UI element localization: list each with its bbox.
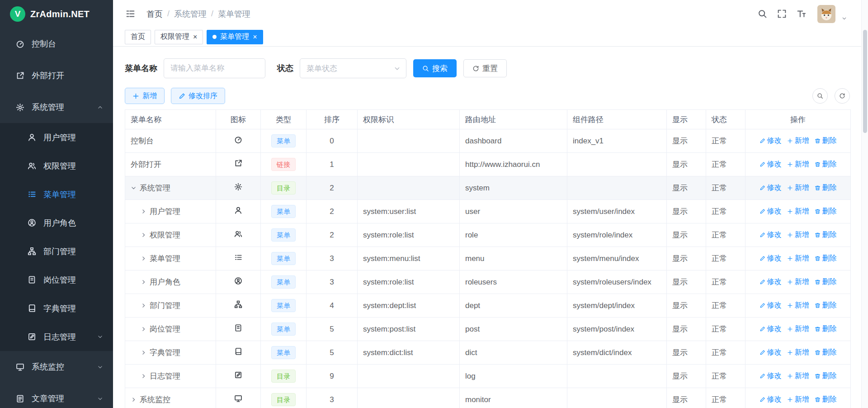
table-row-3[interactable]: 用户管理菜单2system:user:listusersystem/user/i… — [125, 200, 851, 223]
table-row-6[interactable]: 用户角色菜单3system:role:listroleuserssystem/r… — [125, 270, 851, 294]
op-label: 删除 — [822, 324, 837, 334]
add-link[interactable]: 新增 — [787, 395, 809, 404]
edit-link[interactable]: 修改 — [760, 277, 782, 287]
delete-link[interactable]: 删除 — [815, 277, 837, 287]
edit-link[interactable]: 修改 — [760, 207, 782, 216]
sidebar-item-4[interactable]: 权限管理 — [0, 152, 113, 180]
delete-link[interactable]: 删除 — [815, 160, 837, 169]
delete-link[interactable]: 删除 — [815, 301, 837, 310]
expand-row-icon[interactable] — [141, 209, 146, 214]
edit-link[interactable]: 修改 — [760, 230, 782, 240]
delete-link[interactable]: 删除 — [815, 207, 837, 216]
delete-link[interactable]: 删除 — [815, 230, 837, 240]
add-link[interactable]: 新增 — [787, 160, 809, 169]
edit-link[interactable]: 修改 — [760, 371, 782, 381]
sidebar-item-6[interactable]: 用户角色 — [0, 209, 113, 237]
sidebar-item-10[interactable]: 日志管理 — [0, 323, 113, 351]
refresh-table-button[interactable] — [835, 88, 850, 104]
add-link[interactable]: 新增 — [787, 207, 809, 216]
edit-link[interactable]: 修改 — [760, 324, 782, 334]
menu-name: 用户角色 — [150, 277, 180, 287]
expand-row-icon[interactable] — [141, 256, 146, 261]
sidebar-item-11[interactable]: 系统监控 — [0, 351, 113, 383]
table-row-10[interactable]: 日志管理目录9log显示正常修改新增删除 — [125, 365, 851, 388]
sidebar-collapse-icon[interactable] — [126, 9, 135, 19]
delete-link[interactable]: 删除 — [815, 395, 837, 404]
add-link[interactable]: 新增 — [787, 254, 809, 263]
delete-link[interactable]: 删除 — [815, 136, 837, 146]
table-row-0[interactable]: 控制台菜单0dashboardindex_v1显示正常修改新增删除 — [125, 129, 851, 153]
table-row-7[interactable]: 部门管理菜单4system:dept:listdeptsystem/dept/i… — [125, 294, 851, 318]
tab-2[interactable]: 菜单管理× — [207, 30, 263, 44]
expand-row-icon[interactable] — [141, 373, 146, 379]
add-link[interactable]: 新增 — [787, 324, 809, 334]
tab-1[interactable]: 权限管理× — [155, 30, 203, 44]
sidebar-item-8[interactable]: 岗位管理 — [0, 266, 113, 294]
tab-0[interactable]: 首页 — [125, 30, 151, 44]
fullscreen-icon[interactable] — [777, 9, 787, 19]
add-button[interactable]: 新增 — [125, 88, 165, 104]
sidebar-item-1[interactable]: 外部打开 — [0, 60, 113, 91]
expand-row-icon[interactable] — [141, 232, 146, 238]
search-button[interactable]: 搜索 — [413, 59, 457, 77]
scrollbar-thumb[interactable] — [863, 30, 867, 133]
table-row-9[interactable]: 字典管理菜单5system:dict:listdictsystem/dict/i… — [125, 341, 851, 365]
close-tab-icon[interactable]: × — [193, 33, 197, 41]
user-menu-caret-icon[interactable] — [841, 15, 847, 23]
user-avatar[interactable] — [816, 5, 837, 23]
sidebar-item-3[interactable]: 用户管理 — [0, 123, 113, 152]
add-link[interactable]: 新增 — [787, 230, 809, 240]
expand-row-icon[interactable] — [141, 350, 146, 356]
expand-row-icon[interactable] — [141, 326, 146, 332]
delete-link[interactable]: 删除 — [815, 324, 837, 334]
header-search-icon[interactable] — [758, 9, 767, 19]
delete-link[interactable]: 删除 — [815, 183, 837, 193]
op-label: 新增 — [795, 230, 809, 240]
sidebar-item-0[interactable]: 控制台 — [0, 28, 113, 60]
sidebar-item-5[interactable]: 菜单管理 — [0, 180, 113, 209]
edit-link[interactable]: 修改 — [760, 160, 782, 169]
sidebar-item-7[interactable]: 部门管理 — [0, 237, 113, 266]
breadcrumb-item-0[interactable]: 首页 — [146, 9, 163, 19]
expand-row-icon[interactable] — [141, 279, 146, 285]
display-cell: 显示 — [667, 318, 706, 341]
sort-cell: 2 — [307, 223, 358, 247]
reset-button[interactable]: 重置 — [463, 59, 507, 77]
add-link[interactable]: 新增 — [787, 371, 809, 381]
delete-link[interactable]: 删除 — [815, 371, 837, 381]
edit-link[interactable]: 修改 — [760, 254, 782, 263]
sidebar-item-2[interactable]: 系统管理 — [0, 91, 113, 123]
table-row-5[interactable]: 菜单管理菜单3system:menu:listmenusystem/menu/i… — [125, 247, 851, 270]
status-select[interactable]: 菜单状态 — [300, 58, 406, 78]
table-row-8[interactable]: 岗位管理菜单5system:post:listpostsystem/post/i… — [125, 318, 851, 341]
edit-link[interactable]: 修改 — [760, 183, 782, 193]
page-scrollbar[interactable] — [861, 0, 868, 408]
table-row-11[interactable]: 系统监控目录3monitor显示正常修改新增删除 — [125, 388, 851, 408]
sidebar-item-9[interactable]: 字典管理 — [0, 294, 113, 323]
table-row-4[interactable]: 权限管理菜单2system:role:listrolesystem/role/i… — [125, 223, 851, 247]
edit-link[interactable]: 修改 — [760, 136, 782, 146]
delete-link[interactable]: 删除 — [815, 348, 837, 357]
add-link[interactable]: 新增 — [787, 301, 809, 310]
delete-link[interactable]: 删除 — [815, 254, 837, 263]
add-link[interactable]: 新增 — [787, 183, 809, 193]
sort-button[interactable]: 修改排序 — [171, 88, 225, 104]
font-size-icon[interactable] — [797, 9, 806, 19]
toggle-search-button[interactable] — [812, 88, 828, 104]
collapse-row-icon[interactable] — [131, 185, 137, 191]
add-link[interactable]: 新增 — [787, 277, 809, 287]
op-label: 删除 — [822, 136, 837, 146]
edit-link[interactable]: 修改 — [760, 395, 782, 404]
app-logo[interactable]: V ZrAdmin.NET — [0, 0, 113, 28]
expand-row-icon[interactable] — [141, 303, 146, 308]
table-row-2[interactable]: 系统管理目录2system显示正常修改新增删除 — [125, 176, 851, 200]
add-link[interactable]: 新增 — [787, 348, 809, 357]
expand-row-icon[interactable] — [131, 397, 137, 403]
menu-name-input[interactable] — [164, 58, 265, 78]
sidebar-item-12[interactable]: 文章管理 — [0, 383, 113, 408]
close-tab-icon[interactable]: × — [253, 33, 257, 41]
edit-link[interactable]: 修改 — [760, 301, 782, 310]
table-row-1[interactable]: 外部打开链接1http://www.izhaorui.cn显示正常修改新增删除 — [125, 153, 851, 176]
add-link[interactable]: 新增 — [787, 136, 809, 146]
edit-link[interactable]: 修改 — [760, 348, 782, 357]
